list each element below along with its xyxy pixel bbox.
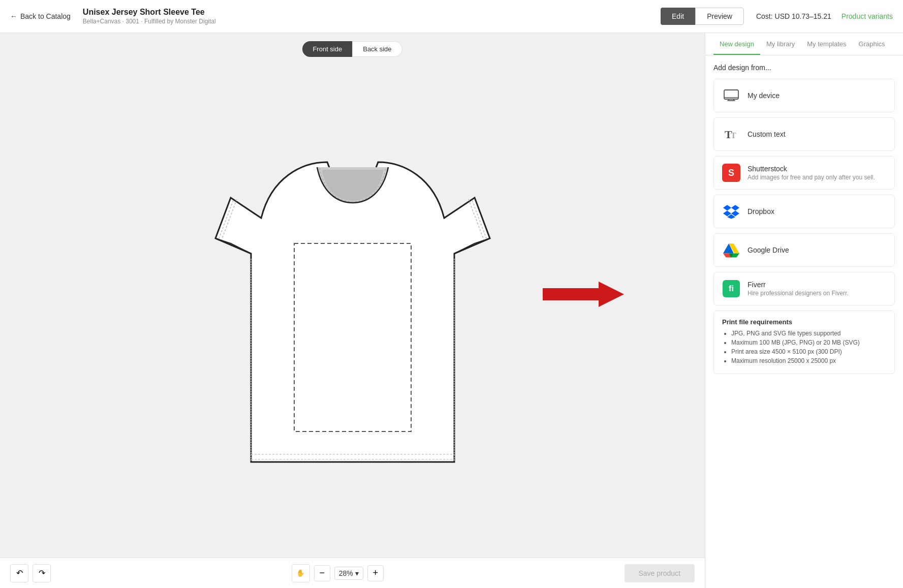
product-info: Unisex Jersey Short Sleeve Tee Bella+Can… — [83, 8, 661, 25]
tab-new-design-label: New design — [720, 40, 754, 48]
fiverr-sublabel: Hire professional designers on Fiverr. — [748, 290, 849, 297]
back-label: Back to Catalog — [20, 12, 71, 20]
cost-info: Cost: USD 10.73–15.21 — [756, 12, 831, 20]
fiverr-text: Fiverr Hire professional designers on Fi… — [748, 281, 849, 297]
google-drive-icon — [722, 241, 740, 259]
my-device-label: My device — [748, 91, 780, 100]
zoom-value-display[interactable]: 28% ▾ — [334, 567, 363, 580]
custom-text-icon: T T — [722, 125, 740, 143]
edit-button[interactable]: Edit — [661, 8, 695, 25]
product-variants-link[interactable]: Product variants — [842, 12, 893, 20]
add-design-label: Add design from... — [713, 64, 895, 72]
back-side-button[interactable]: Back side — [352, 41, 402, 57]
edit-preview-toggle: Edit Preview — [661, 8, 744, 25]
google-drive-option[interactable]: Google Drive — [713, 233, 895, 267]
fiverr-option[interactable]: fi Fiverr Hire professional designers on… — [713, 272, 895, 305]
device-icon — [722, 86, 740, 105]
zoom-dropdown-icon: ▾ — [355, 569, 359, 577]
shutterstock-sublabel: Add images for free and pay only after y… — [748, 174, 875, 181]
my-device-option[interactable]: My device — [713, 79, 895, 112]
back-to-catalog-button[interactable]: ← Back to Catalog — [10, 12, 71, 20]
print-req-item: Maximum resolution 25000 x 25000 px — [731, 357, 886, 364]
header: ← Back to Catalog Unisex Jersey Short Sl… — [0, 0, 903, 33]
tshirt-illustration — [205, 137, 500, 482]
print-req-title: Print file requirements — [722, 318, 886, 326]
print-req-item: Print area size 4500 × 5100 px (300 DPI) — [731, 348, 886, 355]
hand-tool-button[interactable]: ✋ — [292, 564, 310, 582]
panel-tabs: New design My library My templates Graph… — [705, 33, 903, 55]
fiverr-icon: fi — [722, 280, 740, 298]
tab-new-design[interactable]: New design — [713, 33, 760, 55]
zoom-controls: ✋ − 28% ▾ + — [292, 564, 384, 582]
custom-text-label: Custom text — [748, 130, 786, 138]
product-subtitle: Bella+Canvas · 3001 · Fulfilled by Monst… — [83, 18, 661, 25]
shutterstock-text: Shutterstock Add images for free and pay… — [748, 165, 875, 181]
shutterstock-label: Shutterstock — [748, 165, 875, 173]
tab-graphics[interactable]: Graphics — [853, 33, 891, 55]
front-side-button[interactable]: Front side — [302, 41, 352, 57]
print-requirements: Print file requirements JPG, PNG and SVG… — [713, 311, 895, 374]
right-panel: New design My library My templates Graph… — [705, 33, 903, 588]
canvas-area: Front side Back side — [0, 33, 705, 588]
shutterstock-icon: S — [722, 164, 740, 182]
tab-my-library-label: My library — [766, 40, 795, 48]
zoom-out-button[interactable]: − — [314, 565, 330, 581]
shutterstock-option[interactable]: S Shutterstock Add images for free and p… — [713, 156, 895, 190]
undo-button[interactable]: ↶ — [10, 564, 28, 582]
product-title: Unisex Jersey Short Sleeve Tee — [83, 8, 661, 17]
dropbox-icon — [722, 202, 740, 221]
redo-button[interactable]: ↷ — [33, 564, 51, 582]
print-req-list: JPG, PNG and SVG file types supported Ma… — [722, 330, 886, 364]
preview-button[interactable]: Preview — [695, 8, 744, 25]
dropbox-option[interactable]: Dropbox — [713, 195, 895, 228]
custom-text-option[interactable]: T T Custom text — [713, 117, 895, 151]
svg-text:T: T — [731, 131, 736, 140]
arrow-left-icon: ← — [10, 12, 17, 20]
fiverr-label: Fiverr — [748, 281, 849, 289]
print-req-item: JPG, PNG and SVG file types supported — [731, 330, 886, 337]
google-drive-label: Google Drive — [748, 246, 789, 254]
panel-content: Add design from... My device T — [705, 55, 903, 382]
save-product-button[interactable]: Save product — [625, 564, 695, 582]
bottom-toolbar: ↶ ↷ ✋ − 28% ▾ + Save product — [0, 558, 705, 588]
zoom-percent: 28% — [339, 569, 353, 577]
red-arrow — [543, 279, 624, 312]
tshirt-container — [0, 61, 705, 558]
svg-marker-0 — [543, 282, 624, 307]
tab-graphics-label: Graphics — [859, 40, 885, 48]
dropbox-label: Dropbox — [748, 207, 774, 215]
tab-my-library[interactable]: My library — [760, 33, 801, 55]
tab-my-templates[interactable]: My templates — [801, 33, 852, 55]
hand-icon: ✋ — [296, 569, 305, 577]
tab-my-templates-label: My templates — [807, 40, 846, 48]
undo-redo-controls: ↶ ↷ — [10, 564, 51, 582]
print-req-item: Maximum 100 MB (JPG, PNG) or 20 MB (SVG) — [731, 339, 886, 346]
side-toggle: Front side Back side — [0, 33, 705, 61]
main-area: Front side Back side — [0, 33, 903, 588]
zoom-in-button[interactable]: + — [367, 565, 384, 581]
